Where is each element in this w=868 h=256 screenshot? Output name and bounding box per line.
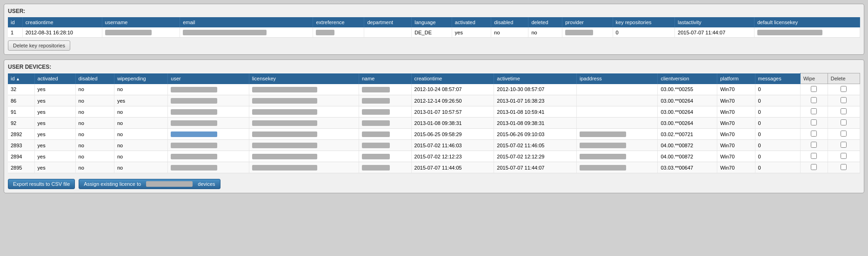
- dev-id: 91: [8, 106, 34, 118]
- wipe-checkbox[interactable]: [811, 153, 817, 159]
- dev-creationtime: 2013-01-07 10:57:57: [411, 106, 494, 118]
- dev-delete-checkbox[interactable]: [828, 151, 860, 162]
- dev-id: 2892: [8, 129, 34, 140]
- dev-name: [359, 151, 411, 162]
- col-dev-ipaddress: ipaddress: [577, 73, 658, 84]
- col-department: department: [364, 17, 412, 27]
- delete-checkbox[interactable]: [841, 119, 847, 125]
- wipe-checkbox[interactable]: [811, 164, 817, 170]
- delete-checkbox[interactable]: [841, 131, 847, 137]
- dev-platform: Win70: [717, 129, 755, 140]
- wipe-checkbox[interactable]: [811, 86, 817, 92]
- dev-id: 2894: [8, 151, 34, 162]
- col-lastactivity: lastactivity: [675, 17, 754, 27]
- col-activated: activated: [452, 17, 491, 27]
- dev-wipepending: no: [114, 129, 167, 140]
- user-department: [364, 27, 412, 38]
- dev-user: [168, 95, 249, 106]
- dev-user: [168, 129, 249, 140]
- dev-wipe-checkbox[interactable]: [800, 95, 828, 106]
- delete-checkbox[interactable]: [841, 142, 847, 148]
- dev-messages: 0: [755, 95, 800, 106]
- dev-platform: Win70: [717, 118, 755, 129]
- dev-ipaddress: [577, 129, 658, 140]
- dev-wipe-checkbox[interactable]: [800, 151, 828, 162]
- dev-creationtime: 2013-01-08 09:38:31: [411, 118, 494, 129]
- dev-creationtime: 2015-07-07 11:44:05: [411, 162, 494, 173]
- dev-clientversion: 03.00.**00264: [658, 118, 717, 129]
- export-csv-button[interactable]: Export results to CSV file: [8, 179, 75, 189]
- wipe-checkbox[interactable]: [811, 108, 817, 114]
- device-row: 2893yesnono2015-07-02 11:46:032015-07-02…: [8, 140, 860, 151]
- user-email: [180, 27, 313, 38]
- col-dev-activated: activated: [34, 73, 75, 84]
- dev-messages: 0: [755, 84, 800, 95]
- delete-checkbox[interactable]: [841, 164, 847, 170]
- col-deleted: deleted: [528, 17, 562, 27]
- dev-ipaddress: [577, 95, 658, 106]
- dev-ipaddress: [577, 151, 658, 162]
- dev-wipe-checkbox[interactable]: [800, 106, 828, 118]
- dev-wipe-checkbox[interactable]: [800, 162, 828, 173]
- delete-checkbox[interactable]: [841, 97, 847, 103]
- dev-activetime: 2012-10-30 08:57:07: [494, 84, 577, 95]
- dev-wipe-checkbox[interactable]: [800, 129, 828, 140]
- device-row: 86yesnoyes2012-12-14 09:26:502013-01-07 …: [8, 95, 860, 106]
- dev-clientversion: 04.00.**00872: [658, 151, 717, 162]
- devices-section: USER DEVICES: id activated disabled wipe…: [4, 59, 864, 193]
- dev-activated: yes: [34, 84, 75, 95]
- user-id: 1: [8, 27, 22, 38]
- dev-licensekey: [249, 95, 359, 106]
- delete-checkbox[interactable]: [841, 153, 847, 159]
- device-row: 2894yesnono2015-07-02 12:12:232015-07-02…: [8, 151, 860, 162]
- dev-messages: 0: [755, 118, 800, 129]
- delete-checkbox[interactable]: [841, 108, 847, 114]
- dev-name: [359, 129, 411, 140]
- dev-licensekey: [249, 140, 359, 151]
- dev-messages: 0: [755, 162, 800, 173]
- dev-delete-checkbox[interactable]: [828, 106, 860, 118]
- delete-key-repositories-button[interactable]: Delete key repositories: [8, 40, 70, 51]
- col-dev-delete: Delete: [828, 73, 860, 84]
- assign-btn-text: Assign existing licence to devices: [84, 181, 215, 187]
- dev-creationtime: 2015-07-02 12:12:23: [411, 151, 494, 162]
- dev-user: [168, 140, 249, 151]
- dev-delete-checkbox[interactable]: [828, 118, 860, 129]
- col-creationtime: creationtime: [22, 17, 102, 27]
- dev-delete-checkbox[interactable]: [828, 129, 860, 140]
- dev-messages: 0: [755, 129, 800, 140]
- dev-delete-checkbox[interactable]: [828, 95, 860, 106]
- dev-wipe-checkbox[interactable]: [800, 118, 828, 129]
- dev-user: [168, 106, 249, 118]
- dev-delete-checkbox[interactable]: [828, 140, 860, 151]
- dev-delete-checkbox[interactable]: [828, 84, 860, 95]
- col-email: email: [180, 17, 313, 27]
- dev-name: [359, 106, 411, 118]
- devices-table: id activated disabled wipepending user l…: [8, 73, 860, 173]
- dev-messages: 0: [755, 151, 800, 162]
- col-username: username: [102, 17, 180, 27]
- delete-checkbox[interactable]: [841, 86, 847, 92]
- assign-licence-button[interactable]: Assign existing licence to devices: [79, 179, 220, 189]
- dev-activated: yes: [34, 106, 75, 118]
- dev-messages: 0: [755, 106, 800, 118]
- wipe-checkbox[interactable]: [811, 131, 817, 137]
- dev-disabled: no: [75, 106, 114, 118]
- dev-activated: yes: [34, 151, 75, 162]
- dev-wipe-checkbox[interactable]: [800, 84, 828, 95]
- dev-user: [168, 84, 249, 95]
- dev-disabled: no: [75, 129, 114, 140]
- dev-wipe-checkbox[interactable]: [800, 140, 828, 151]
- wipe-checkbox[interactable]: [811, 119, 817, 125]
- wipe-checkbox[interactable]: [811, 97, 817, 103]
- device-row: 2892yesnono2015-06-25 09:58:292015-06-26…: [8, 129, 860, 140]
- dev-delete-checkbox[interactable]: [828, 162, 860, 173]
- dev-licensekey: [249, 162, 359, 173]
- dev-activetime: 2013-01-07 16:38:23: [494, 95, 577, 106]
- col-language: language: [412, 17, 452, 27]
- dev-platform: Win70: [717, 95, 755, 106]
- wipe-checkbox[interactable]: [811, 142, 817, 148]
- user-table: id creationtime username email extrefere…: [8, 17, 860, 38]
- dev-licensekey: [249, 118, 359, 129]
- dev-clientversion: 03.00.**00264: [658, 95, 717, 106]
